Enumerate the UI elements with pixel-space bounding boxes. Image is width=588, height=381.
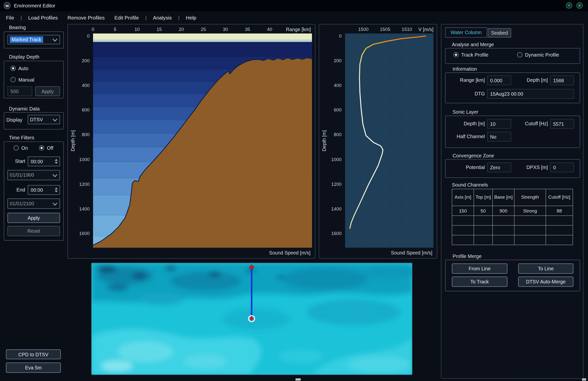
velocity-tick-label: 1510	[402, 27, 412, 32]
sound-channels-row	[452, 216, 573, 225]
cpd-to-dtsv-button[interactable]: CPD to DTSV	[6, 349, 61, 359]
profile-plot-background	[345, 33, 434, 247]
depth-auto-radio[interactable]	[11, 66, 16, 71]
spinner-arrows-icon[interactable]	[55, 188, 58, 192]
resize-grip[interactable]	[582, 378, 586, 381]
menu-separator: |	[144, 15, 148, 21]
depth-tick-label: 400	[334, 83, 342, 88]
depth-tick-label: 400	[82, 83, 90, 88]
profile-chart-footer-label: Sound Speed [m/s]	[391, 250, 433, 256]
dynamic-profile-radio-row: Dynamic Profile	[517, 52, 559, 58]
info-depth-field[interactable]: 1568	[550, 75, 574, 85]
half-channel-label: Half Channel	[446, 134, 485, 139]
to-track-button[interactable]: To Track	[452, 277, 507, 287]
time-filters-apply-button[interactable]: Apply	[7, 213, 60, 223]
menu-remove-profiles[interactable]: Remove Profiles	[63, 15, 110, 21]
eva-5m-button[interactable]: Eva 5m	[6, 362, 61, 373]
sound-speed-profile-chart[interactable]	[345, 33, 434, 247]
range-axis-ticks: 0510152025303540	[93, 27, 312, 33]
sonic-cutoff-field[interactable]: 5571	[550, 119, 574, 129]
range-tick-label: 0	[92, 27, 94, 32]
sound-channels-cell	[474, 235, 492, 245]
bathymetry-map-panel[interactable]	[91, 263, 413, 375]
time-filter-on-radio[interactable]	[14, 145, 19, 151]
menu-load-profiles[interactable]: Load Profiles	[23, 15, 63, 21]
dtg-field[interactable]: 15Aug23 00:00	[487, 89, 574, 99]
chevron-down-icon	[53, 37, 57, 41]
start-date-combo[interactable]: 01/01/1900	[7, 170, 60, 180]
manual-depth-input[interactable]: 500	[7, 86, 32, 96]
velocity-axis-label: V [m/s]	[419, 27, 434, 32]
dynamic-profile-radio-label: Dynamic Profile	[525, 52, 559, 58]
time-filter-on-label: On	[21, 145, 28, 151]
bathymetry-map[interactable]	[92, 263, 412, 375]
sonic-depth-field[interactable]: 10	[487, 119, 511, 129]
end-date-combo[interactable]: 01/01/2100	[7, 199, 60, 209]
range-tick-label: 10	[135, 27, 140, 32]
track-end-marker[interactable]	[250, 317, 253, 320]
chevron-down-icon	[53, 117, 57, 121]
sound-channels-header: Strength	[514, 189, 546, 206]
scrollbar-thumb[interactable]	[295, 378, 301, 381]
depth-tick-label: 0	[87, 33, 90, 39]
start-label: Start	[15, 158, 25, 164]
menu-analysis[interactable]: Analysis	[148, 15, 177, 21]
to-line-button[interactable]: To Line	[518, 263, 573, 273]
sound-channels-cell	[546, 225, 573, 235]
sound-speed-section-chart[interactable]	[93, 33, 312, 247]
depth-tick-label: 200	[334, 58, 342, 63]
sound-channels-cell	[474, 225, 492, 235]
sound-channels-cell	[546, 216, 573, 225]
range-km-field[interactable]: 0.000	[487, 75, 511, 85]
sound-channels-cell	[514, 235, 546, 245]
sonic-layer-group-label: Sonic Layer	[453, 109, 478, 115]
close-button[interactable]: x	[576, 2, 583, 9]
analyse-merge-group-label: Analyse and Merge	[452, 42, 494, 47]
minimize-button[interactable]: +	[566, 2, 572, 9]
spinner-arrows-icon[interactable]	[55, 159, 58, 164]
track-profile-radio[interactable]	[453, 52, 459, 57]
end-time-spinner[interactable]: 00:00	[28, 185, 60, 195]
tab-seabed[interactable]: Seabed	[488, 28, 511, 38]
depth-manual-radio-label: Manual	[18, 77, 34, 83]
dpxs-label: DPXS [m]	[513, 164, 548, 170]
depth-axis-label: Depth [m]	[70, 33, 76, 247]
sound-channels-header: Base [m]	[492, 189, 514, 206]
dynamic-data-combo[interactable]: DTSV	[28, 115, 60, 124]
menu-file[interactable]: File	[0, 15, 19, 21]
dtsv-auto-merge-button[interactable]: DTSV Auto-Merge	[518, 277, 573, 287]
sound-channels-table[interactable]: Axis [m]Top [m]Base [m]StrengthCutoff [H…	[452, 189, 573, 245]
sound-channels-cell	[492, 235, 514, 245]
start-time-spinner[interactable]: 00:00	[28, 157, 60, 166]
title-bar: W Environment Editor + x	[0, 0, 588, 11]
sound-channels-cell	[546, 235, 573, 245]
dpxs-field[interactable]: 0	[550, 163, 574, 172]
time-filter-off-radio[interactable]	[39, 145, 44, 151]
depth-tick-label: 1200	[331, 182, 342, 187]
sonic-depth-label: Depth [m]	[446, 121, 485, 127]
menu-help[interactable]: Help	[181, 15, 201, 21]
time-filter-off-radio-row: Off	[39, 145, 53, 151]
dynamic-profile-radio[interactable]	[517, 52, 522, 57]
sound-channels-header: Axis [m]	[452, 189, 474, 206]
bearing-group-label: Bearing	[9, 25, 26, 30]
from-line-button[interactable]: From Line	[452, 263, 507, 273]
sound-speed-band	[93, 42, 312, 57]
sound-channels-cell: 88	[546, 206, 573, 215]
menu-edit-profile[interactable]: Edit Profile	[110, 15, 144, 21]
display-depth-apply-button[interactable]: Apply	[35, 86, 60, 96]
end-date-value: 01/01/2100	[10, 201, 34, 206]
menu-separator: |	[19, 15, 23, 21]
range-tick-label: 15	[156, 27, 162, 32]
potential-label: Potential	[446, 164, 485, 170]
tab-water-column[interactable]: Water Column	[445, 27, 487, 38]
sound-channels-row	[452, 225, 573, 235]
time-filters-reset-button[interactable]: Reset	[7, 226, 60, 236]
potential-field[interactable]: Zero	[487, 163, 511, 172]
depth-manual-radio[interactable]	[11, 77, 16, 82]
half-channel-field[interactable]: No	[487, 132, 511, 141]
velocity-tick-label: 1500	[358, 27, 369, 32]
bearing-combo[interactable]: Marked Track	[7, 35, 60, 44]
sound-channels-cell: 150	[452, 206, 474, 215]
depth-tick-label: 600	[334, 108, 342, 113]
